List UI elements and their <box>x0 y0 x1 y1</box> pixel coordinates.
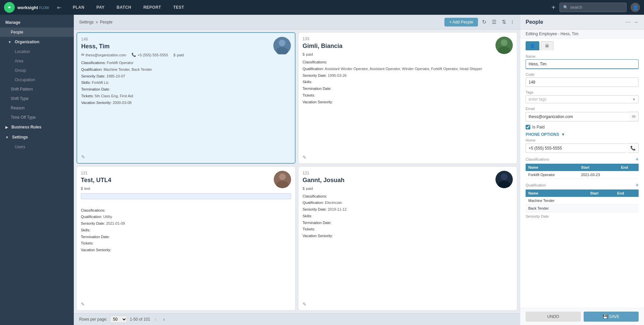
breadcrumb-current: People <box>100 20 112 24</box>
breadcrumb-settings[interactable]: Settings <box>79 20 94 24</box>
add-classification-button[interactable]: + <box>636 156 639 162</box>
phone-home-input[interactable] <box>526 144 626 153</box>
edit-person-button[interactable]: ✎ <box>303 302 307 307</box>
add-button[interactable]: + <box>551 4 555 11</box>
nav-plan[interactable]: PLAN <box>67 0 91 15</box>
sidebar-item-shift-type[interactable]: Shift Type <box>0 94 74 103</box>
prev-page-button[interactable]: ‹ <box>153 316 159 323</box>
sidebar-item-occupation[interactable]: Occupation <box>0 75 74 85</box>
right-panel-title: People <box>526 19 543 25</box>
phone-home-group: Home 📞 <box>526 138 639 153</box>
nav-report[interactable]: REPORT <box>137 0 167 15</box>
sidebar-item-area[interactable]: Area <box>0 56 74 66</box>
sort-button[interactable]: ⇅ <box>500 17 507 26</box>
person-card-gimli-biancia[interactable]: 133 Gimli, Biancia $ paid Classification… <box>298 32 517 164</box>
email-field-group: Email ✉ <box>526 107 639 121</box>
sidebar-item-location[interactable]: Location <box>0 47 74 56</box>
qual-name: Back Tender <box>526 205 587 212</box>
sidebar-settings-header[interactable]: ▼ Settings <box>0 132 74 142</box>
editing-label: Editing Employee - Hess, Tim <box>520 30 644 39</box>
sidebar-item-group[interactable]: Group <box>0 66 74 75</box>
classif-col-end: End <box>618 164 639 171</box>
dollar-icon: $ <box>173 53 175 57</box>
email-input[interactable] <box>526 112 629 121</box>
sidebar-item-reason[interactable]: Reason <box>0 103 74 113</box>
qual-start <box>587 205 614 212</box>
code-field-group: Code <box>526 72 639 87</box>
person-contact: $ paid <box>303 52 513 56</box>
nav-batch[interactable]: BATCH <box>111 0 138 15</box>
person-card-gannt-josuah[interactable]: 121 Gannt, Josuah $ paid Classifications… <box>298 166 517 311</box>
svg-point-11 <box>501 173 507 180</box>
people-grid: 148 Hess, Tim ✉ thess@organization.com 📞… <box>76 32 517 311</box>
qual-row: Machine Tender <box>526 197 639 205</box>
rows-per-page-label: Rows per page: <box>79 317 107 322</box>
filter-button[interactable]: ☰ <box>490 17 498 26</box>
person-details: Classifications: Qualification: Assistan… <box>303 59 513 106</box>
qualification-title: Qualification <box>526 183 546 187</box>
logo-text: worksight FLOW <box>17 5 49 10</box>
phone-options-toggle[interactable]: PHONE OPTIONS ▼ <box>526 132 639 137</box>
name-input[interactable] <box>526 59 639 69</box>
sidebar-manage-header[interactable]: Manage <box>0 17 74 28</box>
add-qualification-button[interactable]: + <box>636 182 639 188</box>
edit-person-button[interactable]: ✎ <box>81 154 85 160</box>
phone-contact: 📞 +5 (555) 555-5555 <box>131 53 168 57</box>
seniority-date-label: Seniority Date <box>526 214 639 218</box>
sidebar-item-users[interactable]: Users <box>0 142 74 152</box>
refresh-button[interactable]: ↻ <box>481 17 488 26</box>
person-card-hess-tim[interactable]: 148 Hess, Tim ✉ thess@organization.com 📞… <box>76 32 296 164</box>
tags-input[interactable] <box>529 97 632 102</box>
qual-end <box>614 205 639 212</box>
avatar <box>274 171 291 188</box>
sidebar-item-people[interactable]: People <box>0 28 74 37</box>
people-grid-container: 148 Hess, Tim ✉ thess@organization.com 📞… <box>74 30 520 313</box>
form-tabs: 👤 🏛 <box>520 39 644 50</box>
main-layout: Manage People ▼ Organization Location Ar… <box>0 15 644 325</box>
classifications-section: Classifications + Name Start End Forklif… <box>526 156 639 179</box>
phone-icon: 📞 <box>131 53 136 57</box>
rows-per-page-select[interactable]: 50 10 25 100 <box>110 316 127 323</box>
dollar-icon: $ <box>303 186 305 191</box>
more-options-button[interactable]: ⋯ <box>625 19 631 25</box>
avatar <box>495 37 513 54</box>
breadcrumb: Settings » People <box>79 20 112 24</box>
person-card-test-utl4[interactable]: 121 Test, UTL4 $ test Classifications: <box>76 166 296 311</box>
code-input[interactable] <box>526 77 639 87</box>
sidebar-business-rules-header[interactable]: ▶ Business Rules <box>0 122 74 132</box>
collapse-sidebar-button[interactable]: ⇤ <box>57 4 61 11</box>
sidebar-organization-header[interactable]: ▼ Organization <box>0 37 74 47</box>
nav-test[interactable]: TEST <box>167 0 190 15</box>
add-people-button[interactable]: + Add People <box>444 18 478 26</box>
avatar <box>495 171 513 188</box>
phone-icon: 📞 <box>628 143 639 153</box>
classifications-title: Classifications <box>526 157 549 161</box>
person-name: Test, UTL4 <box>81 177 291 184</box>
logo-area: worksight FLOW <box>4 2 49 13</box>
expand-panel-button[interactable]: → <box>633 19 639 25</box>
building-icon: 🏛 <box>545 44 549 48</box>
name-label: Name <box>526 54 639 58</box>
tags-label: Tags <box>526 90 639 94</box>
next-page-button[interactable]: › <box>161 316 167 323</box>
qual-col-name: Name <box>526 189 587 197</box>
tab-organization[interactable]: 🏛 <box>541 41 553 50</box>
nav-pay[interactable]: PAY <box>91 0 111 15</box>
undo-button[interactable]: UNDO <box>526 312 581 322</box>
columns-button[interactable]: ⁝ <box>510 17 515 26</box>
sidebar-item-time-off-type[interactable]: Time Off Type <box>0 113 74 122</box>
search-input[interactable] <box>570 5 621 10</box>
is-paid-checkbox[interactable] <box>526 125 530 129</box>
person-id: 121 <box>303 171 513 175</box>
search-box[interactable]: 🔍 <box>559 3 627 12</box>
edit-person-button[interactable]: ✎ <box>81 302 85 307</box>
edit-person-button[interactable]: ✎ <box>303 155 307 160</box>
tab-person[interactable]: 👤 <box>526 41 539 50</box>
save-button[interactable]: 💾 SAVE <box>584 312 639 322</box>
right-panel: People ⋯ → Editing Employee - Hess, Tim … <box>520 15 644 325</box>
sidebar-item-shift-pattern[interactable]: Shift Pattern <box>0 85 74 94</box>
tags-input-container[interactable]: ▼ <box>526 95 639 103</box>
person-id: 133 <box>303 37 513 41</box>
user-avatar[interactable]: 👤 <box>631 3 640 12</box>
right-panel-actions: ⋯ → <box>625 19 639 25</box>
